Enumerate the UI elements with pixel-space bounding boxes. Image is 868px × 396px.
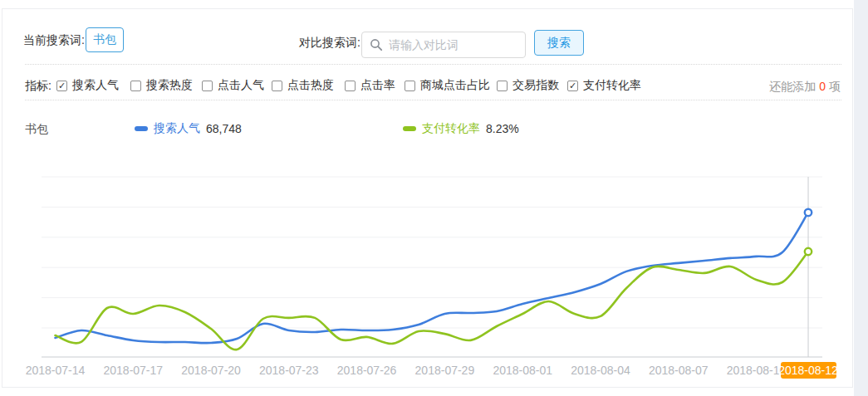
x-axis-label: 2018-07-23 xyxy=(259,364,319,377)
x-axis-label: 2018-08-04 xyxy=(571,364,630,377)
x-axis-label: 2018-07-17 xyxy=(103,364,163,377)
blue-endpoint-marker xyxy=(805,209,812,216)
x-axis-label-highlighted: 2018-08-12 xyxy=(778,364,838,377)
x-axis-label: 2018-07-20 xyxy=(181,364,241,377)
x-axis-label: 2018-08-07 xyxy=(649,364,709,377)
green-endpoint-marker xyxy=(805,248,812,255)
trend-comparison-page: 当前搜索词: 书包 对比搜索词: 搜索 指标: ✓ 搜索人气 搜索热度 点击人气… xyxy=(0,0,868,396)
x-axis-label: 2018-08-10 xyxy=(727,364,787,377)
green-series-line xyxy=(56,252,809,350)
x-axis-label: 2018-07-14 xyxy=(26,364,86,377)
x-axis-label: 2018-07-26 xyxy=(337,364,397,377)
page-side-gutter xyxy=(854,0,868,396)
x-axis-label: 2018-07-29 xyxy=(415,364,475,377)
trend-chart[interactable]: 2018-07-142018-07-172018-07-202018-07-23… xyxy=(0,0,854,396)
blue-series-line xyxy=(56,213,809,343)
x-axis-label: 2018-08-01 xyxy=(493,364,552,377)
